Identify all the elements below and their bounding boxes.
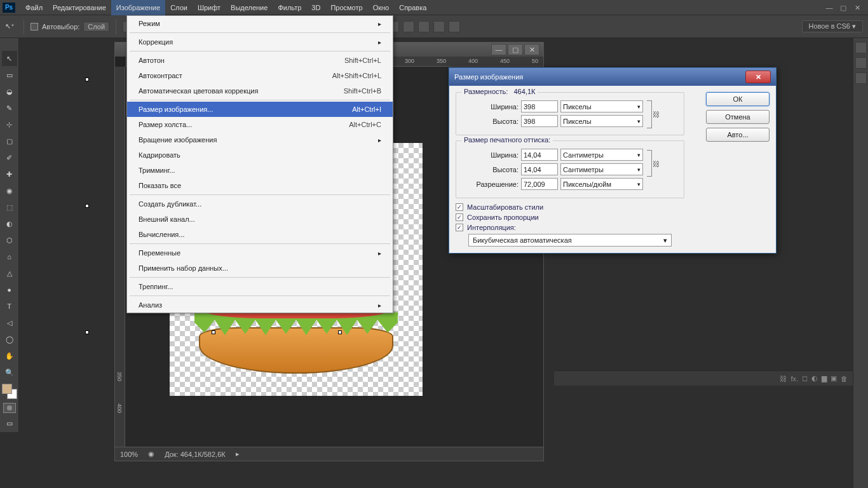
crop-tool[interactable]: ⊹ xyxy=(2,117,17,132)
link-icon[interactable]: ⛓ xyxy=(653,111,660,118)
height-input[interactable] xyxy=(521,115,558,127)
panel-icon[interactable] xyxy=(855,57,867,69)
stat-arrow-icon[interactable]: ▸ xyxy=(236,450,240,458)
scale-styles-checkbox[interactable]: ✓ xyxy=(456,203,463,211)
shape-tool[interactable]: ◯ xyxy=(2,332,17,347)
quick-mask-icon[interactable] xyxy=(3,403,16,413)
eraser-tool[interactable]: ◐ xyxy=(2,216,17,231)
menu-item[interactable]: Тримминг... xyxy=(127,163,393,178)
dialog-close-button[interactable]: ✕ xyxy=(745,71,771,83)
auto-button[interactable]: Авто... xyxy=(706,128,770,142)
ok-button[interactable]: ОК xyxy=(706,92,770,106)
menu-item[interactable]: Размер холста...Alt+Ctrl+C xyxy=(127,117,393,132)
panel-icon[interactable] xyxy=(855,42,867,53)
zoom-label[interactable]: 100% xyxy=(120,451,138,458)
print-width-input[interactable] xyxy=(521,149,558,161)
brush-tool[interactable]: ✚ xyxy=(2,166,17,182)
autoselect-label: Автовыбор: xyxy=(42,23,79,30)
print-height-input[interactable] xyxy=(521,163,558,175)
3d-icon[interactable] xyxy=(418,21,430,32)
menu-item[interactable]: Коррекция xyxy=(127,34,393,50)
print-width-unit-select[interactable]: Сантиметры xyxy=(560,149,643,161)
3d-icon[interactable] xyxy=(403,21,414,32)
menu-item[interactable]: Вращение изображения xyxy=(127,132,393,147)
3d-icon[interactable] xyxy=(449,21,460,32)
print-height-unit-select[interactable]: Сантиметры xyxy=(560,163,643,175)
stamp-tool[interactable]: ◉ xyxy=(2,183,17,198)
heal-tool[interactable]: ✐ xyxy=(2,150,17,165)
menu-help[interactable]: Справка xyxy=(394,0,431,15)
cs6-dropdown[interactable]: Новое в CS6 ▾ xyxy=(802,20,863,32)
gradient-tool[interactable]: ⬡ xyxy=(2,233,17,248)
3d-icon[interactable] xyxy=(433,21,445,32)
zoom-tool[interactable]: 🔍 xyxy=(2,365,17,380)
maximize-icon[interactable]: ▢ xyxy=(839,3,848,12)
menu-item[interactable]: Переменные xyxy=(127,245,393,261)
menu-file[interactable]: Файл xyxy=(20,0,48,15)
lasso-tool[interactable]: ◒ xyxy=(2,84,17,99)
blur-tool[interactable]: ⌂ xyxy=(2,249,17,264)
cancel-button[interactable]: Отмена xyxy=(706,110,770,124)
new-layer-icon[interactable]: ▣ xyxy=(831,374,837,383)
link-icon[interactable]: ⛓ xyxy=(653,160,660,168)
adjustment-icon[interactable]: ◐ xyxy=(811,374,818,383)
mask-icon[interactable]: ◻ xyxy=(802,374,808,383)
menu-view[interactable]: Просмотр xyxy=(325,0,367,15)
resolution-unit-select[interactable]: Пикселы/дюйм xyxy=(560,178,643,190)
close-icon[interactable]: ✕ xyxy=(853,3,862,12)
resample-checkbox[interactable]: ✓ xyxy=(456,224,463,231)
menu-filter[interactable]: Фильтр xyxy=(273,0,306,15)
menu-item[interactable]: Автоматическая цветовая коррекцияShift+C… xyxy=(127,83,393,98)
layer-select[interactable]: Слой xyxy=(83,22,109,32)
doc-close-button[interactable]: ✕ xyxy=(524,44,539,55)
screen-mode-icon[interactable]: ▭ xyxy=(2,416,17,431)
history-brush-tool[interactable]: ⬚ xyxy=(2,200,17,215)
interpolation-select[interactable]: Бикубическая автоматическая xyxy=(468,234,672,247)
menu-image[interactable]: Изображение xyxy=(111,0,165,15)
resolution-input[interactable] xyxy=(521,178,558,190)
menu-layers[interactable]: Слои xyxy=(165,0,193,15)
trash-icon[interactable]: 🗑 xyxy=(841,375,848,383)
dialog-titlebar[interactable]: Размер изображения ✕ xyxy=(449,68,776,86)
status-icon[interactable]: ◉ xyxy=(148,450,154,458)
menu-type[interactable]: Шрифт xyxy=(193,0,226,15)
width-unit-select[interactable]: Пикселы xyxy=(560,100,643,112)
menu-item[interactable]: Анализ xyxy=(127,297,393,313)
menu-item[interactable]: Внешний канал... xyxy=(127,212,393,227)
dodge-tool[interactable]: △ xyxy=(2,266,17,281)
folder-icon[interactable]: ▆ xyxy=(822,374,827,383)
width-input[interactable] xyxy=(521,100,558,112)
wand-tool[interactable]: ✎ xyxy=(2,100,17,116)
marquee-tool[interactable]: ▭ xyxy=(2,67,17,83)
menu-item[interactable]: Треппинг... xyxy=(127,279,393,294)
eyedropper-tool[interactable]: ▢ xyxy=(2,133,17,149)
height-unit-select[interactable]: Пикселы xyxy=(560,115,643,127)
menu-item[interactable]: Режим xyxy=(127,16,393,31)
path-tool[interactable]: ◁ xyxy=(2,315,17,330)
menu-item[interactable]: Создать дубликат... xyxy=(127,196,393,212)
menu-item[interactable]: Применить набор данных... xyxy=(127,261,393,276)
doc-minimize-button[interactable]: — xyxy=(491,44,506,55)
panel-icon[interactable] xyxy=(855,72,867,84)
color-swatch[interactable] xyxy=(2,384,17,399)
menu-item[interactable]: Размер изображения...Alt+Ctrl+I xyxy=(127,102,393,117)
constrain-checkbox[interactable]: ✓ xyxy=(456,214,463,221)
menu-item[interactable]: Показать все xyxy=(127,178,393,193)
link-icon[interactable]: ⛓ xyxy=(780,375,787,383)
fx-icon[interactable]: fx. xyxy=(790,375,798,383)
menu-item[interactable]: Вычисления... xyxy=(127,227,393,242)
minimize-icon[interactable]: — xyxy=(825,3,834,12)
move-tool[interactable]: ↖ xyxy=(2,51,17,66)
menu-item[interactable]: АвтотонShift+Ctrl+L xyxy=(127,53,393,68)
pen-tool[interactable]: ● xyxy=(2,282,17,297)
hand-tool[interactable]: ✋ xyxy=(2,348,17,363)
menu-item[interactable]: АвтоконтрастAlt+Shift+Ctrl+L xyxy=(127,68,393,83)
type-tool[interactable]: T xyxy=(2,299,17,314)
menu-edit[interactable]: Редактирование xyxy=(48,0,111,15)
autoselect-checkbox[interactable] xyxy=(31,23,38,30)
doc-maximize-button[interactable]: ▢ xyxy=(508,44,523,55)
menu-window[interactable]: Окно xyxy=(368,0,395,15)
menu-select[interactable]: Выделение xyxy=(226,0,273,15)
menu-3d[interactable]: 3D xyxy=(306,0,325,15)
menu-item[interactable]: Кадрировать xyxy=(127,147,393,163)
